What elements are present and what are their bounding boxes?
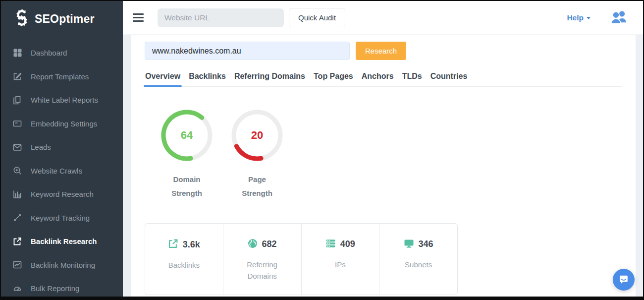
chat-bubble-icon	[618, 274, 629, 286]
sidebar-item-label: Backlink Monitoring	[31, 261, 95, 269]
backlink-research-page: Research Overview Backlinks Referring Do…	[131, 35, 643, 297]
sidebar-item-dashboard[interactable]: Dashboard	[1, 41, 123, 65]
sidebar-item-backlink-research[interactable]: Backlink Research	[1, 230, 123, 253]
sidebar-item-label: Website Crawls	[31, 167, 82, 175]
server-icon	[325, 239, 336, 250]
main-area: Quick Audit Help	[123, 1, 643, 297]
sidebar-item-label: Backlink Research	[31, 237, 97, 245]
tab-tlds[interactable]: TLDs	[402, 72, 423, 86]
sidebar-item-white-label-reports[interactable]: White Label Reports	[1, 88, 123, 112]
content-row: Research Overview Backlinks Referring Do…	[123, 35, 643, 297]
page-strength-value: 20	[231, 109, 283, 162]
embedding-settings-icon	[12, 119, 22, 128]
tab-referring-domains[interactable]: Referring Domains	[234, 72, 306, 86]
app-window: SEOptimer Dashboard Report Templa	[0, 0, 644, 300]
quick-audit-button[interactable]: Quick Audit	[289, 8, 345, 27]
sidebar-item-keyword-tracking[interactable]: Keyword Tracking	[1, 206, 123, 230]
tab-overview[interactable]: Overview	[145, 72, 181, 86]
page-strength-label: Page Strength	[222, 173, 292, 200]
leads-icon	[12, 143, 22, 152]
sidebar-item-label: Keyword Tracking	[31, 214, 90, 222]
logo[interactable]: SEOptimer	[1, 1, 123, 28]
stat-subnets: 346 Subnets	[379, 224, 457, 295]
keyword-tracking-icon	[12, 213, 22, 222]
research-bar: Research	[145, 42, 622, 60]
scrollbar-track[interactable]	[636, 35, 643, 297]
topbar-right: Help	[567, 10, 634, 25]
sidebar-item-report-templates[interactable]: Report Templates	[1, 65, 123, 89]
sidebar: SEOptimer Dashboard Report Templa	[1, 1, 123, 297]
bulk-reporting-icon	[12, 284, 22, 293]
subnets-label: Subnets	[391, 259, 446, 270]
topbar-website-url-input[interactable]	[158, 8, 284, 27]
dashboard-icon	[12, 49, 22, 57]
seoptimer-gear-icon	[14, 9, 30, 28]
ips-label: IPs	[313, 259, 368, 270]
sidebar-item-embedding-settings[interactable]: Embedding Settings	[1, 112, 123, 136]
menu-toggle-button[interactable]	[130, 8, 147, 27]
left-gutter	[123, 35, 131, 297]
domain-strength-value: 64	[161, 109, 213, 162]
sidebar-item-label: Keyword Research	[31, 190, 94, 198]
ips-count: 409	[340, 239, 355, 249]
report-templates-icon	[12, 72, 22, 81]
stat-ips: 409 IPs	[302, 224, 380, 295]
sidebar-item-label: Leads	[31, 143, 51, 151]
research-button[interactable]: Research	[356, 42, 406, 60]
chat-launcher-button[interactable]	[613, 269, 635, 291]
tab-anchors[interactable]: Anchors	[361, 72, 394, 86]
tab-bar: Overview Backlinks Referring Domains Top…	[145, 72, 622, 87]
referring-domains-count: 682	[262, 239, 277, 249]
sidebar-item-label: White Label Reports	[31, 96, 98, 104]
sidebar-item-label: Report Templates	[31, 72, 89, 81]
backlinks-label: Backlinks	[157, 259, 211, 271]
sidebar-item-label: Bulk Reporting	[31, 284, 79, 293]
sidebar-item-leads[interactable]: Leads	[1, 135, 123, 159]
sidebar-item-label: Dashboard	[31, 49, 67, 57]
strength-gauges: 64 Domain Strength	[145, 109, 622, 200]
external-link-icon	[168, 239, 178, 251]
page-strength-gauge: 20 Page Strength	[222, 109, 292, 200]
sidebar-item-keyword-research[interactable]: Keyword Research	[1, 182, 123, 206]
help-label: Help	[567, 13, 584, 22]
domain-strength-gauge: 64 Domain Strength	[152, 109, 222, 200]
research-url-input[interactable]	[145, 42, 350, 60]
topbar: Quick Audit Help	[123, 1, 643, 35]
subnets-count: 346	[419, 239, 433, 249]
keyword-research-icon	[12, 190, 22, 199]
tab-countries[interactable]: Countries	[430, 72, 468, 86]
sidebar-item-bulk-reporting[interactable]: Bulk Reporting	[1, 277, 123, 297]
backlinks-count: 3.6k	[183, 240, 200, 250]
globe-icon	[248, 239, 258, 250]
chevron-down-icon	[587, 17, 590, 19]
logo-text: SEOptimer	[35, 12, 95, 26]
sidebar-item-website-crawls[interactable]: Website Crawls	[1, 159, 123, 183]
help-menu[interactable]: Help	[567, 13, 590, 22]
stat-backlinks: 3.6k Backlinks	[145, 224, 223, 295]
hamburger-icon	[133, 13, 144, 15]
backlink-stats-card: 3.6k Backlinks	[145, 223, 458, 296]
monitor-icon	[404, 239, 414, 250]
website-crawls-icon	[12, 166, 22, 175]
backlink-monitoring-icon	[12, 260, 22, 269]
domain-strength-label: Domain Strength	[152, 173, 222, 200]
users-icon	[610, 18, 627, 25]
sidebar-item-label: Embedding Settings	[31, 120, 97, 128]
white-label-reports-icon	[12, 96, 22, 105]
sidebar-nav: Dashboard Report Templates White Label R…	[1, 41, 123, 297]
sidebar-item-backlink-monitoring[interactable]: Backlink Monitoring	[1, 253, 123, 277]
tab-backlinks[interactable]: Backlinks	[188, 72, 226, 86]
stat-referring-domains: 682 Referring Domains	[223, 224, 302, 295]
backlink-research-icon	[12, 237, 22, 246]
tab-top-pages[interactable]: Top Pages	[313, 72, 354, 86]
referring-domains-label: Referring Domains	[235, 259, 289, 282]
account-avatar-button[interactable]	[610, 10, 627, 25]
